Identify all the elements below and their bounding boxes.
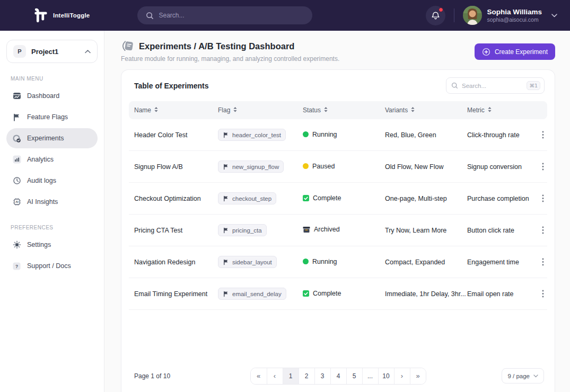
- create-experiment-button[interactable]: Create Experiment: [475, 43, 555, 60]
- page-button-2[interactable]: 2: [299, 368, 314, 384]
- chevron-down-icon: [533, 375, 538, 378]
- flag-icon: [223, 132, 229, 138]
- gear-icon: [12, 240, 21, 250]
- flag-badge: header_color_test: [218, 129, 286, 141]
- sidebar-item-label: Audit logs: [27, 177, 56, 184]
- status-badge: Archived: [303, 226, 340, 233]
- pagination: « ‹ 1 2 3 4 5 ... 10 › »: [250, 368, 426, 385]
- topbar-divider: [454, 8, 454, 22]
- table-title: Table of Experiments: [134, 82, 209, 90]
- svg-text:?: ?: [15, 263, 18, 269]
- page-button-5[interactable]: 5: [346, 368, 362, 384]
- global-search[interactable]: [137, 6, 312, 24]
- experiment-variants: One-page, Multi-step: [385, 195, 467, 202]
- page-button-1[interactable]: 1: [283, 368, 299, 384]
- project-selector[interactable]: P Project1: [6, 40, 98, 63]
- project-name: Project1: [31, 48, 58, 56]
- sidebar: P Project1 MAIN MENU Dashboard Feature F…: [0, 31, 104, 392]
- column-header-name[interactable]: Name: [134, 106, 218, 114]
- column-header-status[interactable]: Status: [303, 106, 385, 114]
- page-size-select[interactable]: 9 / page: [502, 368, 544, 384]
- table-row: Header Color Test header_color_test Runn…: [129, 119, 547, 151]
- experiment-variants: Compact, Expanded: [385, 259, 467, 266]
- sidebar-item-audit-logs[interactable]: Audit logs: [6, 171, 98, 191]
- running-status-icon: [303, 131, 309, 137]
- kebab-icon: [542, 194, 544, 202]
- previous-page-button[interactable]: ‹: [267, 368, 283, 384]
- page-summary: Page 1 of 10: [134, 372, 170, 380]
- svg-text:AI: AI: [15, 200, 19, 203]
- sidebar-item-support-docs[interactable]: ? Support / Docs: [6, 256, 98, 276]
- row-actions-button[interactable]: [542, 131, 547, 139]
- plus-circle-icon: [482, 48, 490, 56]
- question-icon: ?: [12, 262, 21, 271]
- flag-badge: checkout_step: [218, 192, 276, 204]
- dashboard-icon: [12, 92, 21, 101]
- row-actions-button[interactable]: [542, 163, 547, 171]
- experiments-page-icon: [121, 40, 134, 52]
- sort-icon: [233, 106, 237, 114]
- main-content: Experiments / A/B Testing Dashboard Feat…: [104, 31, 570, 392]
- table-search[interactable]: ⌘1: [446, 77, 545, 94]
- row-actions-button[interactable]: [542, 194, 547, 202]
- flag-icon: [223, 164, 229, 170]
- status-badge: Running: [303, 258, 337, 265]
- page-ellipsis[interactable]: ...: [362, 368, 378, 384]
- brand-logo: IntelliToggle: [34, 8, 90, 23]
- sidebar-item-experiments[interactable]: Experiments: [6, 128, 98, 148]
- sidebar-item-analytics[interactable]: Analytics: [6, 149, 98, 170]
- global-search-input[interactable]: [159, 12, 304, 19]
- intellitoggle-logo-icon: [34, 8, 48, 23]
- notification-dot: [439, 7, 443, 12]
- column-header-metric[interactable]: Metric: [467, 106, 533, 114]
- table-search-input[interactable]: [462, 83, 523, 89]
- row-actions-button[interactable]: [542, 258, 547, 266]
- flag-icon: [223, 195, 229, 202]
- experiment-name: Checkout Optimization: [134, 195, 218, 202]
- page-button-3[interactable]: 3: [314, 368, 330, 384]
- next-page-button[interactable]: ›: [394, 368, 410, 384]
- sort-icon: [324, 106, 328, 114]
- flag-badge: new_signup_flow: [218, 161, 284, 173]
- experiment-name: Header Color Test: [134, 131, 218, 139]
- row-actions-button[interactable]: [542, 226, 547, 234]
- sidebar-item-dashboard[interactable]: Dashboard: [6, 86, 98, 106]
- page-button-10[interactable]: 10: [378, 368, 394, 384]
- status-badge: Complete: [303, 194, 341, 202]
- kebab-icon: [542, 131, 544, 139]
- search-icon: [451, 82, 458, 89]
- sidebar-item-label: Support / Docs: [27, 262, 71, 270]
- row-actions-button[interactable]: [542, 290, 547, 298]
- experiment-name: Email Timing Experiment: [134, 290, 218, 298]
- page-header: Experiments / A/B Testing Dashboard Feat…: [121, 40, 555, 63]
- column-header-flag[interactable]: Flag: [218, 106, 303, 114]
- sidebar-item-ai-insights[interactable]: AI AI Insights: [6, 192, 98, 212]
- sidebar-item-settings[interactable]: Settings: [6, 235, 98, 255]
- archived-status-icon: [303, 226, 310, 233]
- user-email: sophia@aisocui.com: [487, 16, 542, 23]
- first-page-button[interactable]: «: [251, 368, 267, 384]
- kebab-icon: [542, 258, 544, 266]
- experiment-metric: Email open rate: [467, 290, 533, 298]
- user-menu[interactable]: Sophia Williams sophia@aisocui.com: [463, 6, 557, 25]
- sidebar-item-label: Settings: [27, 241, 51, 248]
- sort-icon: [488, 106, 492, 114]
- status-badge: Running: [303, 131, 337, 138]
- experiment-name: Pricing CTA Test: [134, 227, 218, 234]
- experiment-name: Navigation Redesign: [134, 259, 218, 266]
- kebab-icon: [542, 290, 544, 298]
- experiments-table-card: Table of Experiments ⌘1 Name Flag: [121, 69, 555, 392]
- page-button-4[interactable]: 4: [330, 368, 346, 384]
- table-row: Navigation Redesign sidebar_layout Runni…: [129, 246, 547, 278]
- kebab-icon: [542, 163, 544, 171]
- complete-status-icon: [303, 195, 309, 201]
- chevron-down-icon: [551, 14, 557, 17]
- sort-icon: [411, 106, 415, 114]
- last-page-button[interactable]: »: [410, 368, 426, 384]
- column-header-variants[interactable]: Variants: [385, 106, 467, 114]
- flag-icon: [12, 113, 21, 122]
- notifications-button[interactable]: [426, 6, 445, 25]
- table-header-row: Name Flag Status Variants Metric: [129, 101, 547, 119]
- experiment-metric: Purchase completion: [467, 195, 533, 202]
- sidebar-item-feature-flags[interactable]: Feature Flags: [6, 107, 98, 127]
